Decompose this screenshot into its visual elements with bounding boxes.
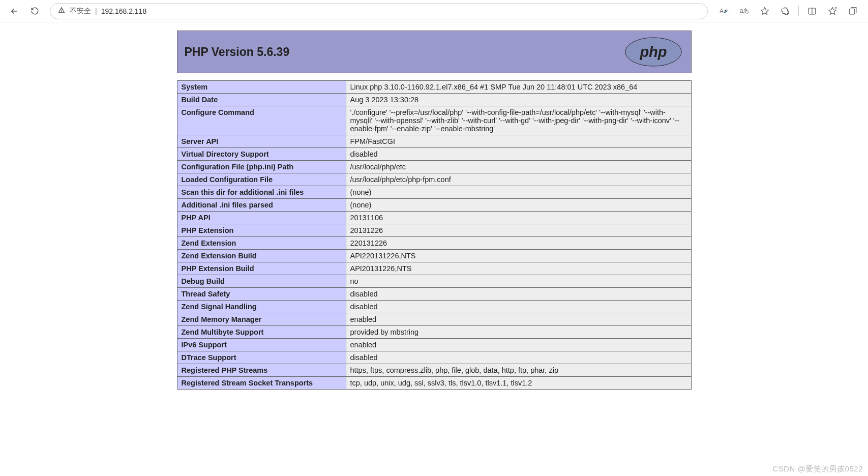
svg-rect-4 [849, 9, 855, 14]
table-row: Registered PHP Streamshttps, ftps, compr… [177, 364, 691, 377]
row-value: 220131226 [346, 237, 691, 250]
row-key: PHP Extension Build [177, 262, 346, 275]
table-row: PHP API20131106 [177, 212, 691, 224]
page-viewport[interactable]: PHP Version 5.6.39 php SystemLinux php 3… [0, 22, 868, 476]
row-key: Registered PHP Streams [177, 364, 346, 377]
row-value: (none) [346, 186, 691, 199]
row-key: System [177, 81, 346, 94]
row-value: Aug 3 2023 13:30:28 [346, 94, 691, 106]
page-title: PHP Version 5.6.39 [185, 45, 290, 59]
table-row: Loaded Configuration File/usr/local/php/… [177, 173, 691, 186]
table-row: Zend Memory Managerenabled [177, 313, 691, 326]
row-value: (none) [346, 199, 691, 212]
row-value: disabled [346, 351, 691, 364]
translate-button[interactable]: aあ [735, 3, 754, 19]
table-row: Zend Extension220131226 [177, 237, 691, 250]
row-key: Debug Build [177, 275, 346, 288]
phpinfo-content: PHP Version 5.6.39 php SystemLinux php 3… [177, 31, 692, 390]
table-row: Registered Stream Socket Transportstcp, … [177, 377, 691, 390]
svg-text:php: php [639, 44, 667, 60]
php-logo-icon: php [623, 36, 684, 68]
table-row: Debug Buildno [177, 275, 691, 288]
table-row: Thread Safetydisabled [177, 288, 691, 301]
table-row: Server APIFPM/FastCGI [177, 135, 691, 148]
divider [798, 6, 799, 16]
row-key: Zend Signal Handling [177, 301, 346, 313]
table-row: Configure Command'./configure' '--prefix… [177, 106, 691, 135]
row-key: Registered Stream Socket Transports [177, 377, 346, 390]
row-key: IPv6 Support [177, 339, 346, 351]
row-key: Additional .ini files parsed [177, 199, 346, 212]
extensions-button[interactable] [776, 3, 794, 19]
favorite-button[interactable] [756, 3, 774, 19]
collections-button[interactable] [844, 3, 862, 19]
table-row: Build DateAug 3 2023 13:30:28 [177, 94, 691, 106]
table-row: Zend Signal Handlingdisabled [177, 301, 691, 313]
row-value: https, ftps, compress.zlib, php, file, g… [346, 364, 691, 377]
row-key: DTrace Support [177, 351, 346, 364]
row-value: no [346, 275, 691, 288]
row-key: Server API [177, 135, 346, 148]
browser-toolbar: 不安全 | 192.168.2.118 A🔊 aあ [0, 0, 868, 22]
row-value: provided by mbstring [346, 326, 691, 339]
row-key: PHP API [177, 212, 346, 224]
toolbar-right: A🔊 aあ [715, 3, 862, 19]
table-row: SystemLinux php 3.10.0-1160.92.1.el7.x86… [177, 81, 691, 94]
table-row: Configuration File (php.ini) Path/usr/lo… [177, 161, 691, 173]
row-key: Thread Safety [177, 288, 346, 301]
table-row: Virtual Directory Supportdisabled [177, 148, 691, 161]
row-key: Build Date [177, 94, 346, 106]
url-text: 192.168.2.118 [101, 7, 700, 15]
row-key: Loaded Configuration File [177, 173, 346, 186]
row-key: Virtual Directory Support [177, 148, 346, 161]
row-value: tcp, udp, unix, udg, ssl, sslv3, tls, tl… [346, 377, 691, 390]
table-row: Additional .ini files parsed(none) [177, 199, 691, 212]
row-value: /usr/local/php/etc [346, 161, 691, 173]
row-value: API20131226,NTS [346, 262, 691, 275]
row-key: Configure Command [177, 106, 346, 135]
read-aloud-button[interactable]: A🔊 [715, 3, 733, 19]
table-row: IPv6 Supportenabled [177, 339, 691, 351]
table-row: PHP Extension BuildAPI20131226,NTS [177, 262, 691, 275]
address-bar[interactable]: 不安全 | 192.168.2.118 [50, 3, 708, 19]
table-row: Zend Extension BuildAPI220131226,NTS [177, 250, 691, 262]
row-value: './configure' '--prefix=/usr/local/php' … [346, 106, 691, 135]
row-value: 20131106 [346, 212, 691, 224]
row-value: API220131226,NTS [346, 250, 691, 262]
table-row: Zend Multibyte Supportprovided by mbstri… [177, 326, 691, 339]
table-row: PHP Extension20131226 [177, 224, 691, 237]
table-row: DTrace Supportdisabled [177, 351, 691, 364]
favorites-list-button[interactable] [823, 3, 842, 19]
insecure-label: 不安全 [70, 7, 91, 16]
row-value: disabled [346, 301, 691, 313]
row-key: PHP Extension [177, 224, 346, 237]
back-button[interactable] [6, 3, 22, 19]
row-value: 20131226 [346, 224, 691, 237]
row-key: Configuration File (php.ini) Path [177, 161, 346, 173]
row-key: Zend Multibyte Support [177, 326, 346, 339]
row-key: Zend Extension Build [177, 250, 346, 262]
split-screen-button[interactable] [803, 3, 821, 19]
phpinfo-header: PHP Version 5.6.39 php [177, 31, 692, 73]
row-value: FPM/FastCGI [346, 135, 691, 148]
row-value: enabled [346, 339, 691, 351]
table-row: Scan this dir for additional .ini files(… [177, 186, 691, 199]
row-key: Scan this dir for additional .ini files [177, 186, 346, 199]
row-value: Linux php 3.10.0-1160.92.1.el7.x86_64 #1… [346, 81, 691, 94]
insecure-icon [57, 6, 66, 16]
row-value: enabled [346, 313, 691, 326]
row-key: Zend Extension [177, 237, 346, 250]
phpinfo-table: SystemLinux php 3.10.0-1160.92.1.el7.x86… [177, 80, 692, 390]
refresh-button[interactable] [26, 3, 43, 19]
row-value: disabled [346, 148, 691, 161]
row-value: /usr/local/php/etc/php-fpm.conf [346, 173, 691, 186]
row-key: Zend Memory Manager [177, 313, 346, 326]
row-value: disabled [346, 288, 691, 301]
url-separator: | [95, 7, 97, 15]
